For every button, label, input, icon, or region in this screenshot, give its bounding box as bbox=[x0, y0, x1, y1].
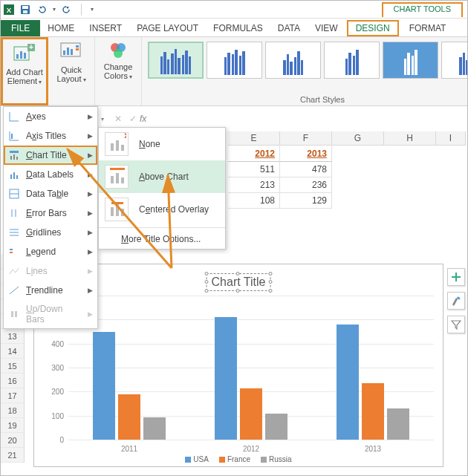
save-icon[interactable] bbox=[20, 4, 30, 15]
row-20[interactable]: 20 bbox=[1, 433, 25, 448]
plot-area[interactable]: 0100200300400500600201120122013 bbox=[68, 296, 434, 440]
svg-rect-37 bbox=[116, 140, 119, 151]
add-chart-element-button[interactable]: + Add Chart Element bbox=[4, 41, 45, 88]
row-13[interactable]: 13 bbox=[1, 329, 25, 344]
svg-rect-21 bbox=[10, 151, 19, 153]
chart-style-4[interactable] bbox=[324, 42, 380, 79]
chart-styles-label: Chart Styles bbox=[145, 95, 468, 104]
quick-layout-label: Quick Layout bbox=[53, 65, 90, 85]
svg-rect-42 bbox=[116, 173, 119, 183]
svg-rect-45 bbox=[116, 204, 119, 216]
chart-style-3[interactable] bbox=[265, 42, 321, 79]
add-chart-element-icon: + bbox=[13, 42, 36, 66]
menu-legend[interactable]: Legend ▶ bbox=[4, 242, 97, 261]
submenu-centered-overlay[interactable]: Centered Overlay bbox=[99, 193, 225, 226]
above-chart-icon bbox=[105, 165, 129, 189]
svg-rect-3 bbox=[22, 6, 28, 9]
quick-layout-icon bbox=[59, 40, 83, 64]
svg-rect-23 bbox=[13, 154, 15, 160]
cell-f2[interactable]: 478 bbox=[280, 162, 332, 177]
change-colors-icon bbox=[108, 40, 129, 61]
tab-format[interactable]: FORMAT bbox=[402, 20, 454, 36]
tab-data[interactable]: DATA bbox=[270, 20, 308, 36]
change-colors-button[interactable]: Change Colors bbox=[98, 39, 138, 83]
svg-text:+: + bbox=[29, 43, 33, 51]
cell-f1[interactable]: 2013 bbox=[280, 146, 332, 162]
svg-rect-7 bbox=[20, 51, 22, 59]
cancel-icon[interactable]: ✕ bbox=[114, 114, 122, 124]
chart-style-2[interactable] bbox=[207, 42, 262, 79]
svg-rect-35 bbox=[15, 311, 17, 317]
svg-rect-32 bbox=[10, 249, 13, 250]
quick-layout-button[interactable]: Quick Layout bbox=[51, 39, 91, 86]
submenu-more-options[interactable]: More Title Options... bbox=[99, 229, 225, 249]
ribbon: + Add Chart Element Quick Layout Change … bbox=[1, 36, 467, 106]
add-chart-element-group: + Add Chart Element bbox=[1, 37, 48, 105]
chart-legend[interactable]: USAFranceRussia bbox=[34, 455, 443, 463]
cell-e4[interactable]: 108 bbox=[228, 193, 280, 209]
cell-e3[interactable]: 213 bbox=[228, 177, 280, 193]
chart-style-1[interactable] bbox=[148, 42, 204, 79]
axes-icon bbox=[8, 111, 20, 123]
submenu-none[interactable]: ✕ None bbox=[99, 128, 225, 160]
tab-insert[interactable]: INSERT bbox=[82, 20, 129, 36]
menu-data-labels[interactable]: Data Labels ▶ bbox=[4, 165, 97, 184]
chart-title-submenu: ✕ None Above Chart Centered Overlay More… bbox=[98, 127, 226, 250]
chart-styles-button[interactable] bbox=[447, 292, 465, 310]
menu-gridlines[interactable]: Gridlines ▶ bbox=[4, 223, 97, 242]
menu-error-bars[interactable]: Error Bars ▶ bbox=[4, 203, 97, 223]
chart-style-5[interactable] bbox=[383, 42, 438, 79]
row-14[interactable]: 14 bbox=[1, 344, 25, 359]
chart-elements-button[interactable] bbox=[447, 268, 465, 286]
undo-icon[interactable] bbox=[36, 4, 47, 15]
chart-filters-button[interactable] bbox=[447, 316, 465, 333]
tab-formulas[interactable]: FORMULAS bbox=[206, 20, 270, 36]
tab-home[interactable]: HOME bbox=[40, 20, 82, 36]
cell-f3[interactable]: 236 bbox=[280, 177, 332, 193]
tab-file[interactable]: FILE bbox=[1, 20, 40, 36]
submenu-above-chart[interactable]: Above Chart bbox=[99, 160, 225, 193]
row-15[interactable]: 15 bbox=[1, 359, 25, 374]
chevron-right-icon: ▶ bbox=[88, 209, 93, 217]
menu-axes[interactable]: Axes ▶ bbox=[4, 107, 97, 126]
tab-page-layout[interactable]: PAGE LAYOUT bbox=[129, 20, 206, 36]
redo-icon[interactable] bbox=[62, 4, 72, 15]
tab-view[interactable]: VIEW bbox=[308, 20, 345, 36]
lines-icon bbox=[8, 265, 20, 277]
svg-rect-43 bbox=[121, 177, 124, 183]
namebox-dropdown-icon[interactable]: ▾ bbox=[101, 116, 104, 123]
row-18[interactable]: 18 bbox=[1, 403, 25, 418]
undo-dropdown-icon[interactable]: ▾ bbox=[53, 6, 56, 13]
col-i[interactable]: I bbox=[436, 131, 466, 146]
fx-icon[interactable]: fx bbox=[140, 114, 146, 124]
cell-f4[interactable]: 129 bbox=[280, 193, 332, 209]
chart-style-6[interactable] bbox=[441, 42, 468, 79]
enter-icon[interactable]: ✓ bbox=[129, 114, 137, 124]
row-17[interactable]: 17 bbox=[1, 388, 25, 403]
svg-rect-33 bbox=[10, 252, 13, 253]
quick-access-toolbar: X ▾ ▾ bbox=[4, 4, 94, 16]
svg-rect-14 bbox=[71, 49, 73, 55]
cell-e1[interactable]: 2012 bbox=[228, 146, 280, 162]
cell-e2[interactable]: 511 bbox=[228, 162, 280, 177]
svg-text:X: X bbox=[7, 5, 12, 13]
col-h[interactable]: H bbox=[384, 131, 436, 146]
chart-title-text: Chart Title bbox=[212, 276, 266, 288]
menu-trendline[interactable]: Trendline ▶ bbox=[4, 281, 97, 300]
row-19[interactable]: 19 bbox=[1, 418, 25, 433]
updown-icon bbox=[8, 308, 20, 320]
chart-title-icon bbox=[8, 149, 20, 161]
tab-design[interactable]: DESIGN bbox=[347, 20, 399, 36]
row-16[interactable]: 16 bbox=[1, 374, 25, 388]
trendline-icon bbox=[8, 284, 20, 296]
menu-chart-title[interactable]: Chart Title ▶ bbox=[4, 146, 97, 165]
menu-axis-titles[interactable]: Axis Titles ▶ bbox=[4, 126, 97, 146]
col-g[interactable]: G bbox=[332, 131, 384, 146]
col-e[interactable]: E bbox=[228, 131, 280, 146]
qat-customize-icon[interactable]: ▾ bbox=[91, 6, 94, 13]
menu-data-table[interactable]: Data Table ▶ bbox=[4, 184, 97, 203]
row-21[interactable]: 21 bbox=[1, 448, 25, 463]
col-f[interactable]: F bbox=[280, 131, 332, 146]
chart-title-box[interactable]: Chart Title bbox=[207, 273, 271, 291]
chevron-right-icon: ▶ bbox=[88, 248, 93, 255]
